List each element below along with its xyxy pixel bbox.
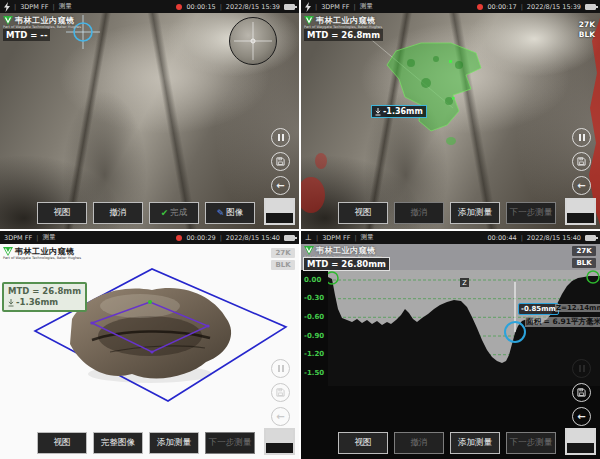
measurement-area-overlay[interactable] [301,13,600,229]
quadrant-depth-profile-view: ⊥ | 3DPM FF | 测量 00:00:44 | 2022/8/15 15… [301,231,600,459]
next-measurement-button[interactable]: 下一步测量 [205,432,255,454]
saved-image-thumbnail-button[interactable] [565,198,596,225]
z-axis-chip: Z [460,278,469,287]
add-measurement-button[interactable]: 添加测量 [149,432,199,454]
record-time: 00:00:44 [487,234,516,242]
pause-button[interactable] [271,359,290,378]
mode-label: 3DPM FF [4,234,32,242]
save-button[interactable] [271,152,290,171]
z-position-readout: Z=12.14mm [555,304,600,312]
view-button-label: 视图 [54,207,71,219]
back-button[interactable]: ← [271,176,290,195]
zoom-inset-window [229,17,277,65]
separator: | [52,3,54,11]
measure-tag: 测量 [59,2,72,11]
back-arrow-icon: ← [276,181,284,191]
brand-title: 韦林工业内窥镜 [15,17,75,25]
record-indicator-icon [477,4,483,10]
power-lightning-icon [4,2,10,12]
done-button[interactable]: ✔完成 [149,202,199,224]
undo-button[interactable]: 撤消 [394,202,444,224]
back-arrow-icon: ← [577,181,585,191]
pause-icon [579,134,585,141]
separator: | [353,3,355,11]
unmeasurable-red-region [301,177,325,213]
vertex-handle[interactable] [148,300,152,304]
next-measurement-label: 下一步测量 [510,437,553,449]
pause-button[interactable] [572,128,591,147]
battery-icon [585,4,596,10]
saved-image-thumbnail-button[interactable] [264,198,295,225]
separator: | [316,234,318,242]
color-mode-label: BLK [572,258,596,268]
pause-button[interactable] [572,359,591,378]
video-format-label: 27K [572,246,596,256]
undo-button-label: 撤消 [411,437,428,449]
mtd-readout: MTD = 26.8mm [304,29,383,41]
save-button[interactable] [572,383,591,402]
back-arrow-icon: ← [577,412,585,422]
undo-button[interactable]: 撤消 [93,202,143,224]
record-indicator-icon [176,235,182,241]
undo-button-label: 撤消 [411,207,428,219]
view-button[interactable]: 视图 [338,202,388,224]
record-time: 00:00:15 [186,3,215,11]
saved-image-thumbnail-button[interactable] [565,428,596,455]
add-measurement-button[interactable]: 添加测量 [450,432,500,454]
area-vertex-handle[interactable] [452,97,455,100]
pause-button[interactable] [271,128,290,147]
brand-logo: 韦林工业内窥镜 Part of Waygate Technologies, Ba… [304,16,382,30]
point-cloud-3d-view[interactable] [0,244,299,459]
cursor-depth-chip[interactable]: -0.85mm [518,303,559,315]
image-button[interactable]: ✎图像 [205,202,255,224]
back-button[interactable]: ← [572,407,591,426]
video-format-label: 27K [579,20,595,29]
depth-measurement-chip[interactable]: -1.36mm [371,105,427,118]
brand-logo: 韦林工业内窥镜 Part of Waygate Technologies, Ba… [3,247,81,261]
mtd-readout: MTD = -- [3,29,50,41]
floppy-save-icon [577,157,586,166]
view-button[interactable]: 视图 [338,432,388,454]
mode-label: 3DPM FF [321,3,349,11]
next-measurement-button[interactable]: 下一步测量 [506,202,556,224]
separator: | [14,3,16,11]
profile-tool-icon: ⊥ [305,233,312,242]
y-axis-tick: -0.90 [304,332,327,340]
floppy-save-icon [276,157,285,166]
view-button[interactable]: 视图 [37,202,87,224]
add-measurement-label: 添加测量 [458,437,492,449]
undo-button[interactable]: 撤消 [394,432,444,454]
mtd-depth-readout: MTD = 26.8mm -1.36mm [2,282,87,312]
profile-cross-section [328,276,600,386]
saved-image-thumbnail-button[interactable] [264,428,295,455]
next-measurement-button[interactable]: 下一步测量 [506,432,556,454]
area-readout: 面积 = 6.91平方毫米 [525,317,600,327]
back-button[interactable]: ← [271,407,290,426]
back-button[interactable]: ← [572,176,591,195]
brand-subtitle: Part of Waygate Technologies, Baker Hugh… [3,257,81,261]
y-axis-tick: -1.20 [304,350,327,358]
save-button[interactable] [271,383,290,402]
separator: | [220,3,222,11]
y-axis-tick: -0.30 [304,294,327,302]
battery-icon [585,235,596,241]
zoom-inset-crosshair-icon [230,18,276,64]
brand-triangle-icon [304,16,314,25]
view-button[interactable]: 视图 [37,432,87,454]
save-button[interactable] [572,152,591,171]
status-bar: | 3DPM FF | 测量 00:00:15 | 2022/8/15 15:3… [0,0,299,13]
full-image-button[interactable]: 完整图像 [93,432,143,454]
separator: | [36,234,38,242]
depth-value: -1.36mm [16,297,58,308]
check-icon: ✔ [161,208,169,218]
quadrant-live-cursor-view: | 3DPM FF | 测量 00:00:15 | 2022/8/15 15:3… [0,0,299,229]
mtd-readout: MTD = 26.80mm [303,257,390,271]
measure-tag: 测量 [361,233,374,242]
add-measurement-button[interactable]: 添加测量 [450,202,500,224]
mtd-value: MTD = 26.8mm [8,286,81,297]
y-axis-tick: -0.60 [304,313,327,321]
brand-triangle-icon [304,246,314,255]
area-vertex-handle[interactable] [449,60,452,63]
status-bar: ⊥ | 3DPM FF | 测量 00:00:44 | 2022/8/15 15… [301,231,600,244]
depth-value: -1.36mm [383,107,423,116]
